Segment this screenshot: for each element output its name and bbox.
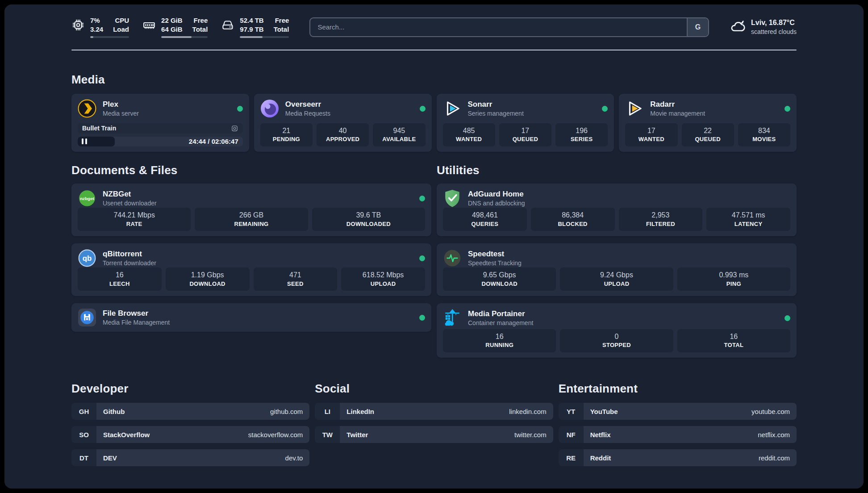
stat-tile-running: 16 RUNNING (443, 329, 556, 352)
link-name: LinkedIn (346, 408, 374, 415)
app-card-plex[interactable]: Plex Media server Bullet Train 24:44 / 0… (71, 94, 249, 152)
app-card-overseerr[interactable]: Overseerr Media Requests 21 PENDING 40 A… (254, 94, 432, 152)
link-reddit[interactable]: RE Reddit reddit.com (559, 449, 797, 466)
disk-total-value: 97.9 TB (240, 25, 263, 34)
link-github[interactable]: GH Github github.com (71, 403, 309, 420)
link-abbr: DT (71, 449, 96, 466)
link-youtube[interactable]: YT YouTube youtube.com (559, 403, 797, 420)
link-bar: StackOverflow stackoverflow.com (96, 426, 309, 443)
link-linkedin[interactable]: LI LinkedIn linkedin.com (315, 403, 553, 420)
disk-total-label: Total (274, 25, 289, 34)
link-stackoverflow[interactable]: SO StackOverflow stackoverflow.com (71, 426, 309, 443)
cpu-load-label: Load (113, 25, 129, 34)
disk-stat: 52.4 TB 97.9 TB Free Total (221, 16, 289, 38)
social-section: Social LI LinkedIn linkedin.com TW Twitt… (315, 382, 553, 443)
stat-tile-pending: 21 PENDING (260, 123, 313, 146)
link-dev[interactable]: DT DEV dev.to (71, 449, 309, 466)
speedtest-icon (443, 249, 462, 267)
session-camera-icon[interactable] (231, 125, 238, 132)
section-title-documents: Documents & Files (71, 163, 431, 177)
playback-time: 24:44 / 02:06:47 (189, 137, 238, 147)
link-abbr: NF (559, 426, 584, 443)
status-dot-online (237, 106, 243, 112)
app-card-sonarr[interactable]: Sonarr Series management 485 WANTED 17 Q… (437, 94, 614, 152)
section-title-utilities: Utilities (437, 163, 797, 177)
plex-icon (78, 99, 96, 118)
memory-progress-bar (161, 36, 208, 38)
stat-tile-seed: 471 SEED (254, 267, 338, 291)
cpu-usage-value: 7% (90, 16, 103, 25)
app-desc: Movie management (650, 109, 705, 117)
status-dot-online (419, 315, 425, 321)
search-engine-button[interactable]: G (687, 18, 708, 36)
stat-tile-downloaded: 39.6 TB DOWNLOADED (312, 208, 425, 231)
playback-bar[interactable]: 24:44 / 02:06:47 (78, 137, 243, 147)
link-abbr: GH (71, 403, 96, 420)
link-url: linkedin.com (509, 408, 546, 415)
app-card-speedtest[interactable]: Speedtest Speedtest Tracking 9.65 Gbps D… (437, 243, 797, 296)
app-desc: Media File Management (103, 318, 170, 326)
app-card-portainer[interactable]: Media Portainer Container management 16 … (437, 303, 797, 358)
link-bar: Netflix netflix.com (584, 426, 797, 443)
status-dot-online (602, 106, 608, 112)
section-title-media: Media (71, 73, 797, 87)
app-card-filebrowser[interactable]: File Browser Media File Management (71, 303, 431, 332)
disk-free-label: Free (275, 16, 289, 25)
status-dot-online (419, 255, 425, 261)
documents-column: Documents & Files nzbget NZBGet U (71, 163, 431, 332)
app-desc: Speedtest Tracking (468, 259, 522, 267)
link-name: Github (103, 408, 125, 415)
app-card-adguard[interactable]: AdGuard Home DNS and adblocking 498,461 … (437, 184, 797, 236)
link-abbr: YT (559, 403, 584, 420)
app-desc: Container management (468, 319, 533, 327)
app-name: AdGuard Home (468, 189, 525, 199)
disk-progress-bar (240, 36, 289, 38)
overseerr-icon (260, 99, 279, 118)
link-bar: Github github.com (96, 403, 309, 420)
stat-tile-movies: 834 MOVIES (738, 123, 790, 146)
ram-total-label: Total (192, 25, 208, 34)
app-desc: DNS and adblocking (468, 199, 525, 207)
pause-icon[interactable] (82, 138, 87, 144)
link-name: DEV (103, 454, 117, 462)
link-netflix[interactable]: NF Netflix netflix.com (559, 426, 797, 443)
search-input[interactable] (310, 18, 687, 36)
dashboard: 7% 3.24 CPU Load (4, 4, 864, 489)
stat-tile-rate: 744.21 Mbps RATE (78, 208, 191, 231)
link-name: Netflix (590, 431, 611, 439)
radarr-icon (625, 99, 644, 118)
stat-tile-download: 9.65 Gbps DOWNLOAD (443, 267, 556, 291)
link-twitter[interactable]: TW Twitter twitter.com (315, 426, 553, 443)
app-name: Radarr (650, 100, 705, 109)
cpu-usage-label: CPU (115, 16, 129, 25)
app-card-radarr[interactable]: Radarr Movie management 17 WANTED 22 QUE… (619, 94, 797, 152)
qbittorrent-icon: qb (78, 249, 96, 267)
plex-now-playing: Bullet Train (78, 123, 243, 134)
app-name: Overseerr (285, 100, 330, 109)
cpu-load-value: 3.24 (90, 25, 103, 34)
stat-tile-wanted: 485 WANTED (443, 123, 495, 146)
link-name: StackOverflow (103, 431, 150, 439)
section-title-social: Social (315, 382, 553, 396)
link-bar: YouTube youtube.com (584, 403, 797, 420)
memory-stat: 22 GiB 64 GiB Free Total (142, 16, 208, 38)
cpu-progress-bar (90, 36, 129, 38)
app-desc: Media server (103, 109, 139, 117)
status-dot-online (420, 106, 426, 112)
stat-tile-approved: 40 APPROVED (317, 123, 369, 146)
app-card-nzbget[interactable]: nzbget NZBGet Usenet downloader 744.21 M… (71, 184, 431, 236)
app-name: qBittorrent (103, 249, 156, 259)
link-bar: Reddit reddit.com (584, 449, 797, 466)
status-dot-online (419, 196, 425, 201)
link-abbr: LI (315, 403, 340, 420)
weather-condition: scattered clouds (751, 28, 797, 36)
app-card-qbittorrent[interactable]: qb qBittorrent Torrent downloader 16 LEE… (71, 243, 431, 296)
developer-section: Developer GH Github github.com SO StackO… (71, 382, 309, 466)
app-desc: Series management (468, 109, 524, 117)
stat-tile-remaining: 266 GB REMAINING (195, 208, 308, 231)
app-desc: Torrent downloader (103, 259, 156, 267)
stat-tile-total: 16 TOTAL (677, 329, 790, 352)
stat-tile-download: 1.19 Gbps DOWNLOAD (166, 267, 250, 291)
ram-free-value: 22 GiB (161, 16, 183, 25)
app-name: Plex (103, 100, 139, 109)
